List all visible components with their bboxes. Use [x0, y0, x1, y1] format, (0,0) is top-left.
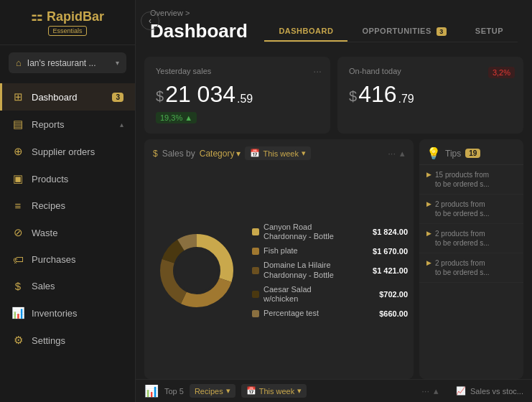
sidebar-item-label: Sales — [32, 281, 55, 291]
tab-opportunities[interactable]: OPPORTUNITIES 3 — [347, 21, 460, 42]
legend-item: Fish plate $1 670.00 — [252, 246, 408, 256]
legend-name: Fish plate — [263, 246, 368, 256]
tips-panel: 💡 Tips 19 ▶ 15 products fromto be ordere… — [419, 139, 523, 379]
more-options-icon[interactable]: ··· — [421, 385, 429, 396]
play-icon: ▶ — [426, 230, 431, 237]
sales-trend-badge: 19,3% ▲ — [156, 112, 197, 123]
play-icon: ▶ — [426, 171, 431, 178]
sidebar-item-inventories[interactable]: 📊 Inventories — [0, 299, 135, 327]
onhand-main-value: 416 — [358, 81, 396, 108]
products-icon: ▣ — [11, 172, 24, 185]
sales-body: Canyon RoadChardonnay - Bottle $1 824.00… — [144, 164, 414, 379]
sidebar-item-settings[interactable]: ⚙ Settings — [0, 327, 135, 354]
inventories-icon: 📊 — [11, 307, 24, 319]
sales-actions: ··· ▴ — [388, 148, 405, 159]
sidebar-item-dashboard[interactable]: ⊞ Dashboard 3 — [0, 83, 135, 111]
tip-text: 15 products fromto be ordered s... — [435, 170, 490, 189]
reports-icon: ▤ — [11, 118, 24, 131]
legend-list: Canyon RoadChardonnay - Bottle $1 824.00… — [249, 167, 408, 373]
tab-dashboard[interactable]: DASHBOARD — [264, 21, 347, 41]
cart-icon: ⊕ — [11, 145, 24, 158]
tab-setup[interactable]: SETUP — [461, 21, 518, 41]
app-name: RapidBar — [47, 9, 104, 24]
sidebar-item-reports[interactable]: ▤ Reports ▴ — [0, 111, 135, 138]
sales-by-label: Sales by — [162, 149, 195, 159]
stat-label: Yesterday sales — [156, 67, 319, 75]
sidebar-item-recipes[interactable]: ≡ Recipes — [0, 192, 135, 219]
cards-area: ··· Yesterday sales $ 21 034 .59 19,3% ▲… — [136, 48, 532, 402]
donut-chart — [150, 167, 243, 373]
sidebar-nav: ⊞ Dashboard 3 ▤ Reports ▴ ⊕ Supplier ord… — [0, 80, 135, 402]
sales-section: $ Sales by Category ▾ 📅 This week ▾ ··· … — [136, 139, 532, 379]
calendar-icon: 📅 — [246, 386, 256, 396]
sidebar-item-supplier-orders[interactable]: ⊕ Supplier orders — [0, 138, 135, 165]
bar-chart-icon: 📊 — [144, 384, 159, 398]
tip-item[interactable]: ▶ 2 products fromto be ordered s... — [419, 195, 523, 224]
tip-item[interactable]: ▶ 15 products fromto be ordered s... — [419, 165, 523, 195]
trend-value: 19,3% — [160, 113, 182, 122]
tip-item[interactable]: ▶ 2 products fromto be ordered s... — [419, 253, 523, 283]
more-options-icon[interactable]: ··· — [388, 148, 396, 159]
stat-value: $ 21 034 .59 — [156, 81, 319, 108]
legend-item: Domaine La HilaireChardonnay - Bottle $1… — [252, 261, 408, 279]
onhand-trend-badge: 3,2% — [488, 67, 515, 78]
sidebar-item-label: Inventories — [32, 308, 78, 319]
legend-name: Domaine La HilaireChardonnay - Bottle — [263, 261, 368, 279]
breadcrumb: Overview > — [150, 9, 518, 17]
dashboard-icon: ⊞ — [11, 90, 24, 103]
app-plan: Essentials — [48, 26, 86, 36]
sidebar-item-label: Purchases — [32, 254, 75, 265]
opportunities-badge: 3 — [437, 27, 447, 36]
sidebar-item-waste[interactable]: ⊘ Waste — [0, 219, 135, 246]
legend-item: Percentage test $660.00 — [252, 309, 408, 318]
sidebar-item-label: Recipes — [32, 200, 65, 211]
thisweek-filter[interactable]: 📅 This week ▾ — [241, 384, 307, 398]
play-icon: ▶ — [426, 259, 431, 266]
settings-icon: ⚙ — [11, 334, 24, 347]
sidebar-item-label: Products — [32, 174, 68, 184]
legend-value: $1 421.00 — [373, 266, 408, 275]
chevron-down-icon: ▾ — [302, 149, 306, 158]
stat-value: $ 416 .79 — [349, 81, 512, 108]
dollar-icon: $ — [153, 149, 158, 159]
sidebar-item-products[interactable]: ▣ Products — [0, 165, 135, 192]
legend-color — [252, 248, 259, 255]
chevron-down-icon: ▾ — [116, 59, 119, 67]
waste-icon: ⊘ — [11, 226, 24, 239]
logo: ⚏ RapidBar — [31, 9, 104, 24]
trend-up-icon: ▲ — [185, 113, 192, 122]
restaurant-selector[interactable]: ⌂ Ian's restaurant ... ▾ — [9, 52, 126, 73]
legend-name: Canyon RoadChardonnay - Bottle — [263, 223, 368, 241]
category-filter[interactable]: Category ▾ — [200, 149, 241, 159]
back-button[interactable]: ‹ — [141, 11, 159, 30]
legend-item: Canyon RoadChardonnay - Bottle $1 824.00 — [252, 223, 408, 241]
sidebar-item-label: Settings — [32, 335, 65, 346]
recipes-icon: ≡ — [11, 200, 24, 212]
top-cards: ··· Yesterday sales $ 21 034 .59 19,3% ▲… — [144, 57, 523, 139]
collapse-icon[interactable]: ▴ — [400, 148, 405, 159]
date-filter[interactable]: 📅 This week ▾ — [245, 146, 311, 160]
sales-card: $ Sales by Category ▾ 📅 This week ▾ ··· … — [144, 139, 414, 379]
collapse-icon[interactable]: ▴ — [434, 385, 439, 396]
page-title-row: Dashboard DASHBOARD OPPORTUNITIES 3 SETU… — [150, 20, 518, 42]
svg-point-5 — [175, 249, 218, 292]
more-options-icon[interactable]: ··· — [313, 65, 322, 77]
play-icon: ▶ — [426, 200, 431, 207]
sales-vs-stock-label: Sales vs stoc... — [470, 387, 523, 396]
legend-color — [252, 310, 259, 317]
sidebar-item-label: Dashboard — [32, 92, 78, 103]
tips-header: 💡 Tips 19 — [419, 139, 523, 165]
stat-card-onhand: On-hand today $ 416 .79 3,2% — [337, 57, 523, 134]
bottom-actions: ··· ▴ — [421, 385, 439, 396]
sidebar-item-sales[interactable]: $ Sales — [0, 273, 135, 299]
recipes-filter[interactable]: Recipes ▾ — [190, 384, 235, 398]
donut-svg — [154, 228, 240, 314]
tip-item[interactable]: ▶ 2 products fromto be ordered s... — [419, 224, 523, 253]
sales-cents-value: .59 — [237, 93, 253, 106]
tip-text: 2 products fromto be ordered s... — [435, 229, 490, 248]
legend-name: Caesar Saladw/chicken — [263, 285, 375, 304]
sales-main-value: 21 034 — [165, 81, 235, 108]
sidebar-item-purchases[interactable]: 🏷 Purchases — [0, 246, 135, 273]
legend-value: $702.00 — [379, 290, 408, 299]
legend-item: Caesar Saladw/chicken $702.00 — [252, 285, 408, 304]
